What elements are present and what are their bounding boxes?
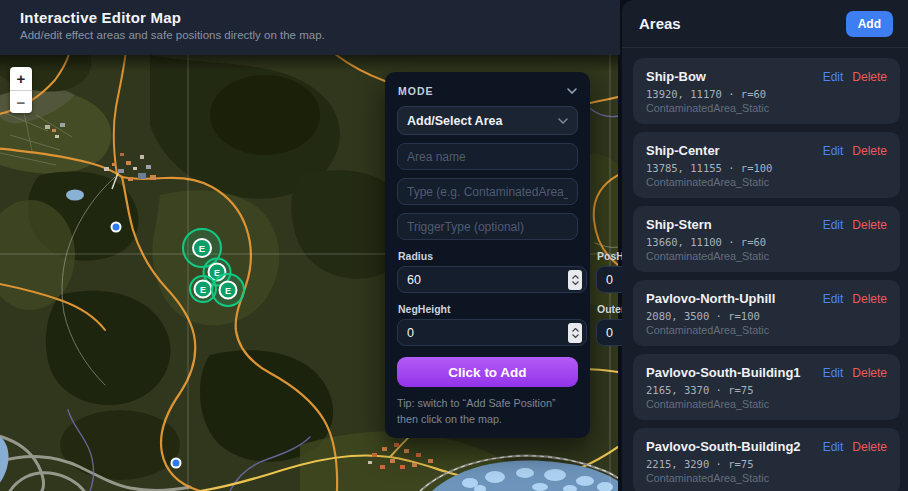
areas-title: Areas (639, 15, 681, 32)
editor-column: Interactive Editor Map Add/edit effect a… (0, 0, 620, 491)
areas-panel: Areas Add Ship-Bow Edit Delete 13920, 11… (622, 0, 908, 491)
collapse-chevron-icon[interactable] (567, 88, 577, 94)
area-type: ContaminatedArea_Static (646, 398, 887, 410)
area-name: Pavlovo-South-Building2 (646, 439, 801, 454)
map-canvas[interactable]: E E E E (0, 55, 618, 491)
area-coords: 13785, 11155 · r=100 (646, 162, 887, 174)
edit-link[interactable]: Edit (823, 366, 844, 380)
chevron-down-icon (558, 118, 568, 124)
marker-label: E (200, 285, 206, 295)
delete-link[interactable]: Delete (852, 218, 887, 232)
area-name: Pavlovo-South-Building1 (646, 365, 801, 380)
radius-stepper[interactable] (568, 270, 582, 290)
area-coords: 13920, 11170 · r=60 (646, 88, 887, 100)
delete-link[interactable]: Delete (852, 70, 887, 84)
radius-field (397, 266, 587, 293)
list-item[interactable]: Ship-Stern Edit Delete 13660, 11100 · r=… (633, 206, 900, 272)
area-coords: 2215, 3290 · r=75 (646, 458, 887, 470)
radius-label: Radius (398, 250, 586, 262)
edit-link[interactable]: Edit (823, 218, 844, 232)
delete-link[interactable]: Delete (852, 366, 887, 380)
page-title: Interactive Editor Map (20, 9, 600, 26)
page-header: Interactive Editor Map Add/edit effect a… (0, 0, 620, 55)
list-item[interactable]: Ship-Center Edit Delete 13785, 11155 · r… (633, 132, 900, 198)
mode-select-value: Add/Select Area (407, 114, 502, 128)
pond (66, 190, 84, 201)
marker-label: E (199, 243, 205, 254)
list-item[interactable]: Pavlovo-South-Building1 Edit Delete 2165… (633, 354, 900, 420)
safe-position-dot[interactable] (172, 459, 181, 468)
area-name-input[interactable] (397, 143, 578, 170)
mode-panel-title: MODE (398, 85, 434, 97)
neg-height-input[interactable] (407, 326, 568, 340)
area-name: Ship-Stern (646, 217, 712, 232)
neg-height-stepper[interactable] (568, 323, 582, 343)
edit-link[interactable]: Edit (823, 440, 844, 454)
area-name: Ship-Bow (646, 69, 706, 84)
add-area-button[interactable]: Add (846, 11, 893, 37)
delete-link[interactable]: Delete (852, 440, 887, 454)
click-to-add-button[interactable]: Click to Add (397, 357, 578, 387)
delete-link[interactable]: Delete (852, 292, 887, 306)
area-coords: 13660, 11100 · r=60 (646, 236, 887, 248)
area-type: ContaminatedArea_Static (646, 102, 887, 114)
list-item[interactable]: Pavlovo-South-Building2 Edit Delete 2215… (633, 428, 900, 491)
list-item[interactable]: Ship-Bow Edit Delete 13920, 11170 · r=60… (633, 58, 900, 124)
type-input[interactable] (397, 178, 578, 205)
mode-panel: MODE Add/Select Area Radius PosHei (385, 72, 590, 438)
marker-label: E (225, 286, 231, 296)
map-zoom-control: + − (10, 67, 32, 113)
edit-link[interactable]: Edit (823, 292, 844, 306)
areas-list: Ship-Bow Edit Delete 13920, 11170 · r=60… (622, 48, 908, 491)
app-window: Interactive Editor Map Add/edit effect a… (0, 0, 908, 491)
edit-link[interactable]: Edit (823, 70, 844, 84)
zoom-out-button[interactable]: − (10, 90, 32, 113)
area-type: ContaminatedArea_Static (646, 176, 887, 188)
area-coords: 2165, 3370 · r=75 (646, 384, 887, 396)
area-type: ContaminatedArea_Static (646, 472, 887, 484)
neg-height-label: NegHeight (398, 303, 586, 315)
area-coords: 2080, 3500 · r=100 (646, 310, 887, 322)
delete-link[interactable]: Delete (852, 144, 887, 158)
areas-panel-header: Areas Add (622, 0, 908, 48)
page-subtitle: Add/edit effect areas and safe positions… (20, 29, 600, 41)
area-name: Ship-Center (646, 143, 720, 158)
mode-tip-text: Tip: switch to “Add Safe Position” then … (397, 396, 578, 427)
area-type: ContaminatedArea_Static (646, 324, 887, 336)
edit-link[interactable]: Edit (823, 144, 844, 158)
trigger-type-input[interactable] (397, 213, 578, 240)
area-name: Pavlovo-North-Uphill (646, 291, 775, 306)
area-marker[interactable]: E (212, 274, 244, 306)
list-item[interactable]: Pavlovo-North-Uphill Edit Delete 2080, 3… (633, 280, 900, 346)
neg-height-field (397, 319, 587, 346)
mode-select[interactable]: Add/Select Area (397, 106, 578, 135)
zoom-in-button[interactable]: + (10, 67, 32, 90)
safe-position-dot[interactable] (112, 223, 121, 232)
area-type: ContaminatedArea_Static (646, 250, 887, 262)
radius-input[interactable] (407, 273, 568, 287)
